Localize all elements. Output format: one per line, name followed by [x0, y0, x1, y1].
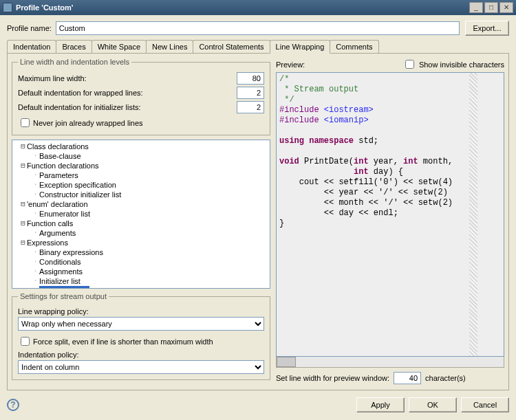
close-button[interactable]: ✕ [499, 2, 513, 13]
tree-item[interactable]: · Conditionals [14, 257, 268, 267]
tab-braces[interactable]: Braces [56, 40, 92, 53]
tab-control-statements[interactable]: Control Statements [193, 40, 270, 53]
show-invisible-label: Show invisible characters [419, 60, 504, 69]
maximize-button[interactable]: □ [484, 2, 498, 13]
tree-item[interactable]: ⊟ Expressions [14, 238, 268, 247]
window-buttons: _ □ ✕ [469, 2, 513, 13]
tab-panel: Line width and indentation levels Maximu… [7, 54, 509, 390]
scroll-thumb[interactable] [277, 357, 296, 367]
category-tree[interactable]: ⊟ Class declarations· Base-clause⊟ Funct… [12, 140, 270, 289]
init-indent-input[interactable] [237, 101, 264, 113]
settings-legend: Settings for stream output [18, 292, 109, 300]
wrap-policy-select[interactable]: Wrap only when necessary [18, 317, 264, 331]
tree-item[interactable]: · Binary expressions [14, 247, 268, 257]
show-invisible-checkbox[interactable] [405, 60, 414, 69]
tab-line-wrapping[interactable]: Line Wrapping [270, 40, 331, 54]
wrap-indent-input[interactable] [237, 87, 264, 99]
tree-item[interactable]: · Exception specification [14, 180, 268, 190]
minimize-button[interactable]: _ [469, 2, 483, 13]
tab-indentation[interactable]: Indentation [7, 40, 56, 53]
app-icon [3, 3, 12, 12]
ok-button[interactable]: OK [409, 397, 457, 412]
tree-item[interactable]: · Parameters [14, 170, 268, 180]
tree-item[interactable]: ⊟ Function calls [14, 219, 268, 228]
print-margin-ruler [469, 73, 477, 356]
help-icon[interactable]: ? [7, 399, 19, 411]
preview-width-label: Set line width for preview window: [276, 374, 389, 382]
force-split-checkbox[interactable] [21, 337, 30, 346]
tab-new-lines[interactable]: New Lines [146, 40, 193, 53]
tree-item[interactable]: · Base-clause [14, 151, 268, 161]
tab-comments[interactable]: Comments [330, 40, 378, 53]
settings-fieldset: Settings for stream output Line wrapping… [12, 292, 270, 380]
tree-item[interactable]: · Arguments [14, 228, 268, 238]
force-split-label: Force split, even if line is shorter tha… [33, 338, 213, 346]
tabs: IndentationBracesWhite SpaceNew LinesCon… [7, 40, 509, 54]
tree-item[interactable]: · Enumerator list [14, 209, 268, 219]
profile-name-label: Profile name: [7, 24, 52, 32]
never-join-checkbox[interactable] [21, 118, 30, 127]
max-width-label: Maximum line width: [18, 74, 237, 82]
preview-pane: /* * Stream output */ #include <iostream… [276, 72, 504, 357]
linewidth-fieldset: Line width and indentation levels Maximu… [12, 58, 270, 135]
never-join-label: Never join already wrapped lines [33, 119, 143, 127]
profile-name-row: Profile name: Export... [7, 21, 509, 36]
linewidth-legend: Line width and indentation levels [18, 58, 131, 66]
preview-label: Preview: [276, 60, 305, 69]
cancel-button[interactable]: Cancel [461, 397, 509, 412]
tree-item[interactable]: · Initializer list [14, 276, 268, 286]
wrap-policy-label: Line wrapping policy: [18, 307, 264, 316]
tree-item[interactable]: ⊟ Function declarations [14, 161, 268, 170]
preview-hscroll[interactable] [276, 357, 504, 368]
tree-item[interactable]: ⊟ 'enum' declaration [14, 199, 268, 209]
max-width-input[interactable] [237, 72, 264, 85]
indent-policy-select[interactable]: Indent on column [18, 360, 264, 374]
window-title: Profile 'Custom' [16, 3, 469, 12]
indent-policy-label: Indentation policy: [18, 351, 264, 359]
export-button[interactable]: Export... [465, 21, 509, 36]
titlebar: Profile 'Custom' _ □ ✕ [0, 0, 516, 15]
wrap-indent-label: Default indentation for wrapped lines: [18, 89, 237, 97]
footer: ? Apply OK Cancel [0, 394, 516, 420]
preview-width-input[interactable] [394, 372, 421, 384]
apply-button[interactable]: Apply [356, 397, 405, 412]
tree-item[interactable]: · Constructor initializer list [14, 190, 268, 199]
init-indent-label: Default indentation for initializer list… [18, 103, 237, 111]
tab-white-space[interactable]: White Space [92, 40, 147, 53]
profile-name-input[interactable] [56, 21, 460, 35]
tree-item[interactable]: ⊟ Class declarations [14, 142, 268, 151]
tree-item[interactable]: · Assignments [14, 267, 268, 276]
preview-width-unit: character(s) [425, 374, 466, 382]
